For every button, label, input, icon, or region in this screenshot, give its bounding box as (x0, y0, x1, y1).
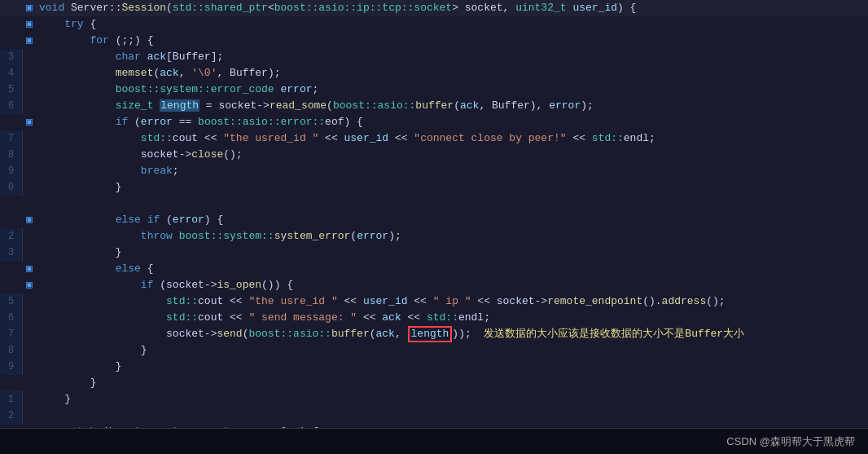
code-line-8: ▣ if (error == boost::asio::error::eof) … (0, 114, 868, 130)
code-text: break; (36, 163, 868, 179)
code-text: if (error == boost::asio::error::eof) { (36, 114, 868, 130)
line-number: 9 (0, 359, 23, 375)
fold-icon[interactable]: ▣ (23, 261, 36, 277)
line-number: 4 (0, 65, 23, 82)
fold-icon[interactable]: ▣ (23, 16, 36, 33)
code-line-25: ▣ catch (boost::system::system_error& e)… (0, 424, 868, 428)
code-text: } (36, 375, 868, 391)
code-line-14: 2 throw boost::system::system_error(erro… (0, 228, 868, 245)
fold-icon (23, 147, 36, 163)
line-number: 7 (0, 326, 23, 342)
code-line-11: 9 break; (0, 163, 868, 179)
fold-icon (23, 245, 36, 261)
fold-icon[interactable]: ▣ (23, 424, 36, 428)
code-text: std::cout << "the usre_id " << user_id <… (36, 293, 868, 310)
code-text: socket->send(boost::asio::buffer(ack, le… (36, 326, 868, 342)
code-line-13: ▣ else if (error) { (0, 212, 868, 228)
fold-icon (23, 391, 36, 408)
code-text: try { (36, 16, 868, 33)
code-text (36, 196, 868, 212)
code-text: catch (boost::system::system_error& e) { (36, 424, 868, 428)
code-editor: ▣ void Server::Session(std::shared_ptr<b… (0, 0, 868, 428)
code-line-3: ▣ for (;;) { (0, 33, 868, 49)
code-text: std::cout << "the usred_id " << user_id … (36, 130, 868, 147)
code-text: char ack[Buffer]; (36, 49, 868, 65)
code-text: } (36, 359, 868, 375)
fold-icon (23, 359, 36, 375)
code-text: throw boost::system::system_error(error)… (36, 228, 868, 245)
line-number: 3 (0, 245, 23, 261)
line-number: 5 (0, 82, 23, 98)
fold-icon (23, 196, 36, 212)
code-line-21: 8 } (0, 342, 868, 359)
fold-icon (23, 179, 36, 196)
fold-icon (23, 98, 36, 114)
code-text: } (36, 342, 868, 359)
line-number: 5 (0, 293, 23, 310)
code-text: else if (error) { (36, 212, 868, 228)
code-line-7: 6 size_t length = socket->read_some(boos… (0, 98, 868, 114)
line-number: 8 (0, 147, 23, 163)
fold-icon (23, 293, 36, 310)
code-line-17: ▣ if (socket->is_open()) { (0, 277, 868, 293)
fold-icon[interactable]: ▣ (23, 33, 36, 49)
code-text: } (36, 391, 868, 408)
code-line-1: ▣ void Server::Session(std::shared_ptr<b… (0, 0, 868, 16)
line-number: 7 (0, 130, 23, 147)
fold-icon[interactable]: ▣ (23, 277, 36, 293)
code-text: if (socket->is_open()) { (36, 277, 868, 293)
code-line-15: 3 } (0, 245, 868, 261)
code-line-2: ▣ try { (0, 16, 868, 33)
code-text: socket->close(); (36, 147, 868, 163)
code-line-empty2: 2 (0, 408, 868, 424)
line-number: 2 (0, 228, 23, 245)
code-text: std::cout << " send message: " << ack <<… (36, 310, 868, 326)
line-number: 2 (0, 408, 23, 424)
code-text: } (36, 245, 868, 261)
code-line-empty1 (0, 196, 868, 212)
line-number: 0 (0, 179, 23, 196)
line-number: 9 (0, 163, 23, 179)
code-text: else { (36, 261, 868, 277)
line-number: 1 (0, 391, 23, 408)
fold-icon (23, 408, 36, 424)
code-text: for (;;) { (36, 33, 868, 49)
code-text: void Server::Session(std::shared_ptr<boo… (36, 0, 868, 16)
fold-icon (23, 65, 36, 82)
fold-icon (23, 49, 36, 65)
line-number: 6 (0, 98, 23, 114)
line-number: 8 (0, 342, 23, 359)
code-line-20: 7 socket->send(boost::asio::buffer(ack, … (0, 326, 868, 342)
code-line-23: } (0, 375, 868, 391)
fold-icon (23, 310, 36, 326)
code-line-12: 0 } (0, 179, 868, 196)
line-number: 6 (0, 310, 23, 326)
code-line-16: ▣ else { (0, 261, 868, 277)
code-line-5: 4 memset(ack, '\0', Buffer); (0, 65, 868, 82)
fold-icon (23, 163, 36, 179)
code-line-9: 7 std::cout << "the usred_id " << user_i… (0, 130, 868, 147)
fold-icon (23, 130, 36, 147)
code-text: boost::system::error_code error; (36, 82, 868, 98)
code-line-19: 6 std::cout << " send message: " << ack … (0, 310, 868, 326)
footer-brand-text: CSDN @森明帮大于黑虎帮 (726, 434, 855, 449)
fold-icon (23, 342, 36, 359)
fold-icon (23, 326, 36, 342)
footer-bar: CSDN @森明帮大于黑虎帮 (0, 428, 868, 454)
code-text (36, 408, 868, 424)
code-line-24: 1 } (0, 391, 868, 408)
line-number: 3 (0, 49, 23, 65)
fold-icon (23, 82, 36, 98)
fold-icon[interactable]: ▣ (23, 0, 36, 16)
code-line-4: 3 char ack[Buffer]; (0, 49, 868, 65)
code-line-6: 5 boost::system::error_code error; (0, 82, 868, 98)
fold-icon[interactable]: ▣ (23, 212, 36, 228)
code-text: memset(ack, '\0', Buffer); (36, 65, 868, 82)
code-line-10: 8 socket->close(); (0, 147, 868, 163)
code-line-22: 9 } (0, 359, 868, 375)
code-line-18: 5 std::cout << "the usre_id " << user_id… (0, 293, 868, 310)
fold-icon (23, 375, 36, 391)
fold-icon[interactable]: ▣ (23, 114, 36, 130)
fold-icon (23, 228, 36, 245)
code-text: size_t length = socket->read_some(boost:… (36, 98, 868, 114)
